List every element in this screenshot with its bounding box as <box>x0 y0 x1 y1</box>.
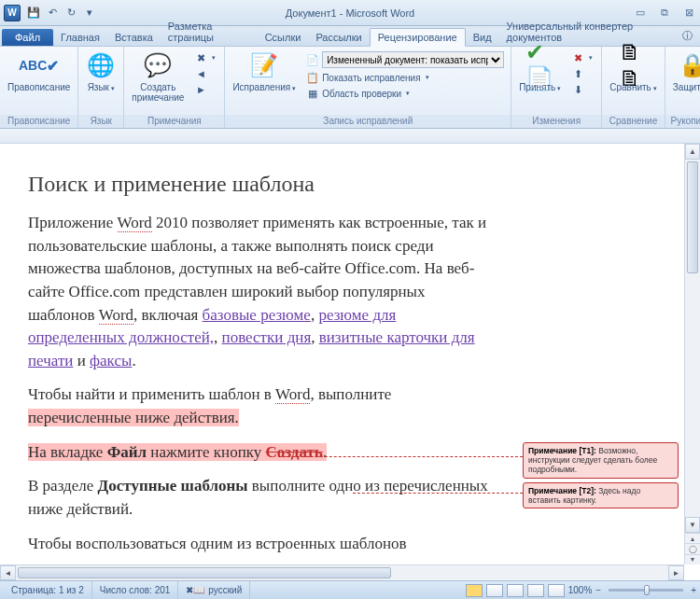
zoom-in-icon[interactable]: + <box>691 585 696 595</box>
prev-change-icon: ⬆ <box>571 67 584 80</box>
redo-icon[interactable]: ↻ <box>63 6 78 21</box>
scroll-left-icon[interactable]: ◄ <box>0 565 16 580</box>
select-browse-icon[interactable]: ◯ <box>685 543 700 553</box>
status-language[interactable]: ✖📖русский <box>178 581 250 599</box>
scroll-down-icon[interactable]: ▼ <box>685 517 700 533</box>
window-title: Документ1 - Microsoft Word <box>0 7 700 19</box>
comment-balloon[interactable]: Примечание [T2]: Здесь надо вставить кар… <box>523 482 679 508</box>
file-tab[interactable]: Файл <box>2 29 53 46</box>
ruler[interactable] <box>0 129 700 144</box>
group-changes: ✔📄 Принять▾ ✖▾ ⬆ ⬇ Изменения <box>511 47 602 128</box>
para-4[interactable]: В разделе Доступные шаблоны выполните од… <box>28 475 495 521</box>
new-comment-button[interactable]: 💬 Создать примечание <box>128 49 188 104</box>
group-language-label: Язык <box>78 115 123 128</box>
prev-change-button[interactable]: ⬆ <box>568 66 595 81</box>
spelling-button[interactable]: ABC✔ Правописание <box>4 49 74 94</box>
accept-button[interactable]: ✔📄 Принять▾ <box>515 49 565 95</box>
para-1[interactable]: Приложение Word 2010 позволяет применять… <box>28 212 495 372</box>
tab-insert[interactable]: Вставка <box>107 29 161 46</box>
language-label: Язык <box>88 82 109 92</box>
link-agendas[interactable]: повестки дня <box>222 328 312 346</box>
undo-icon[interactable]: ↶ <box>45 6 60 21</box>
view-draft[interactable] <box>548 584 565 597</box>
status-page[interactable]: Страница: 1 из 2 <box>4 581 92 599</box>
para-3[interactable]: На вкладке Файл нажмите кнопку Создать. <box>28 441 495 465</box>
show-markup-button[interactable]: 📋Показать исправления▾ <box>303 70 505 85</box>
group-protect-label: Рукопис... <box>665 115 700 128</box>
tab-mailings[interactable]: Рассылки <box>308 29 369 46</box>
app-icon[interactable]: W <box>4 5 21 21</box>
document-area: Поиск и применение шаблона Приложение Wo… <box>0 129 700 580</box>
maximize-icon[interactable]: ⧉ <box>657 6 672 21</box>
language-button[interactable]: 🌐 Язык▾ <box>82 49 119 95</box>
comment-connector <box>353 493 523 494</box>
new-comment-icon: 💬 <box>143 50 173 80</box>
next-comment-button[interactable]: ► <box>191 82 218 97</box>
zoom-slider[interactable] <box>609 589 683 592</box>
link-faxes[interactable]: факсы <box>90 352 132 369</box>
minimize-icon[interactable]: ▭ <box>633 6 648 21</box>
delete-comment-button[interactable]: ✖▾ <box>191 50 218 65</box>
help-icon[interactable]: ⓘ <box>677 26 698 46</box>
scroll-right-icon[interactable]: ► <box>668 565 684 580</box>
qat-customize-icon[interactable]: ▾ <box>82 6 97 21</box>
tab-pagelayout[interactable]: Разметка страницы <box>161 18 258 46</box>
track-changes-button[interactable]: 📝 Исправления▾ <box>229 49 300 95</box>
tab-references[interactable]: Ссылки <box>258 29 309 46</box>
zoom-level[interactable]: 100% <box>568 585 593 595</box>
page[interactable]: Поиск и применение шаблона Приложение Wo… <box>0 144 523 555</box>
group-tracking-label: Запись исправлений <box>225 115 511 128</box>
reject-button[interactable]: ✖▾ <box>568 50 595 65</box>
proofing-mark: Word <box>275 385 310 404</box>
zoom-handle[interactable] <box>644 585 650 595</box>
view-web[interactable] <box>507 584 524 597</box>
compare-button[interactable]: 🗎🗎 Сравнить▾ <box>606 49 661 95</box>
view-outline[interactable] <box>527 584 544 597</box>
zoom-out-icon[interactable]: − <box>595 585 601 595</box>
tab-home[interactable]: Главная <box>53 29 107 46</box>
compare-label: Сравнить <box>609 82 651 92</box>
view-fullscreen[interactable] <box>486 584 503 597</box>
scroll-up-icon[interactable]: ▲ <box>685 144 700 160</box>
link-resume-basic[interactable]: базовые резюме <box>203 306 311 324</box>
reviewing-pane-button[interactable]: ▦Область проверки▾ <box>303 86 505 101</box>
pane-icon: ▦ <box>306 87 319 100</box>
prev-comment-button[interactable]: ◄ <box>191 66 218 81</box>
horizontal-scrollbar[interactable]: ◄ ► <box>0 564 684 580</box>
group-comments-label: Примечания <box>124 115 224 128</box>
tab-view[interactable]: Вид <box>466 29 499 46</box>
protect-button[interactable]: 🔒 Защита▾ <box>669 49 700 95</box>
group-language: 🌐 Язык▾ Язык <box>78 47 124 128</box>
para-2[interactable]: Чтобы найти и применить шаблон в Word, в… <box>28 383 495 429</box>
comments-pane: Примечание [T1]: Возможно, инструкции сл… <box>521 144 684 564</box>
group-tracking: 📝 Исправления▾ 📄Измененный документ: пок… <box>225 47 511 128</box>
scroll-thumb[interactable] <box>687 161 698 273</box>
display-for-review[interactable]: 📄Измененный документ: показать исправлен… <box>303 50 505 69</box>
group-compare-label: Сравнение <box>602 115 665 128</box>
accept-label: Принять <box>519 82 555 92</box>
tab-review[interactable]: Рецензирование <box>370 28 466 47</box>
tracked-deletion[interactable]: Создать <box>266 443 323 461</box>
heading[interactable]: Поиск и применение шаблона <box>28 172 495 197</box>
reviewing-pane-label: Область проверки <box>322 89 401 99</box>
group-comments: 💬 Создать примечание ✖▾ ◄ ► Примечания <box>124 47 225 128</box>
commented-range[interactable]: На вкладке Файл нажмите кнопку Создать. <box>28 443 327 461</box>
vertical-scrollbar[interactable]: ▲ ▼ ▴ ◯ ▾ <box>684 144 700 564</box>
comment-balloon[interactable]: Примечание [T1]: Возможно, инструкции сл… <box>523 442 679 479</box>
para-5[interactable]: Чтобы воспользоваться одним из встроенны… <box>28 533 495 556</box>
proofing-mark: Word <box>118 214 152 232</box>
prev-page-icon[interactable]: ▴ <box>685 533 700 543</box>
spelling-label: Правописание <box>7 82 70 92</box>
display-combo[interactable]: Измененный документ: показать исправлени… <box>322 51 504 68</box>
status-wordcount[interactable]: Число слов: 201 <box>92 581 179 599</box>
new-comment-label: Создать примечание <box>132 82 184 103</box>
scroll-thumb[interactable] <box>18 567 391 578</box>
view-printlayout[interactable] <box>466 584 483 597</box>
protect-label: Защита <box>673 82 700 92</box>
commented-range[interactable]: перечисленные ниже действия. <box>28 409 239 426</box>
prev-icon: ◄ <box>194 67 207 80</box>
save-icon[interactable]: 💾 <box>26 6 41 21</box>
close-icon[interactable]: ⊠ <box>681 6 696 21</box>
next-page-icon[interactable]: ▾ <box>685 554 700 564</box>
next-change-button[interactable]: ⬇ <box>568 82 595 97</box>
